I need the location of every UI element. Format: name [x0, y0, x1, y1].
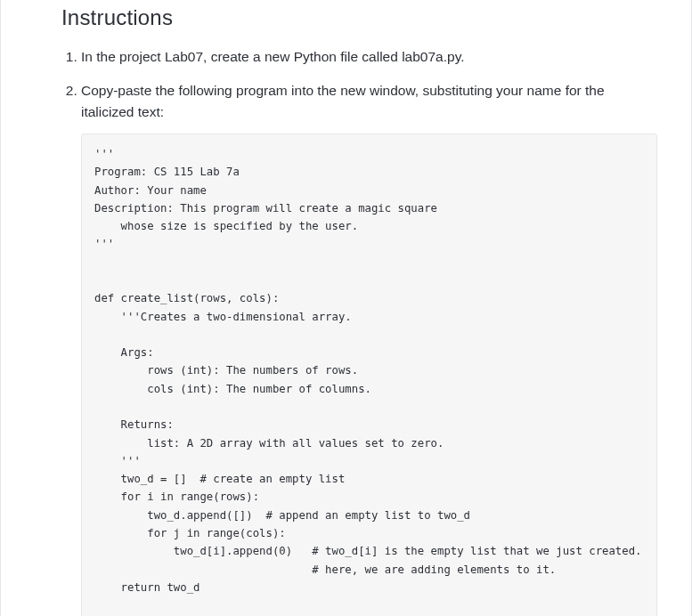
code-block: ''' Program: CS 115 Lab 7a Author: Your … [81, 134, 657, 616]
step-2: Copy-paste the following program into th… [81, 80, 657, 616]
steps-list: In the project Lab07, create a new Pytho… [61, 46, 657, 616]
page-container: Instructions In the project Lab07, creat… [0, 0, 692, 616]
instructions-heading: Instructions [61, 5, 657, 30]
step-1: In the project Lab07, create a new Pytho… [81, 46, 657, 68]
step-2-text: Copy-paste the following program into th… [81, 83, 605, 119]
content-area: Instructions In the project Lab07, creat… [26, 5, 675, 616]
